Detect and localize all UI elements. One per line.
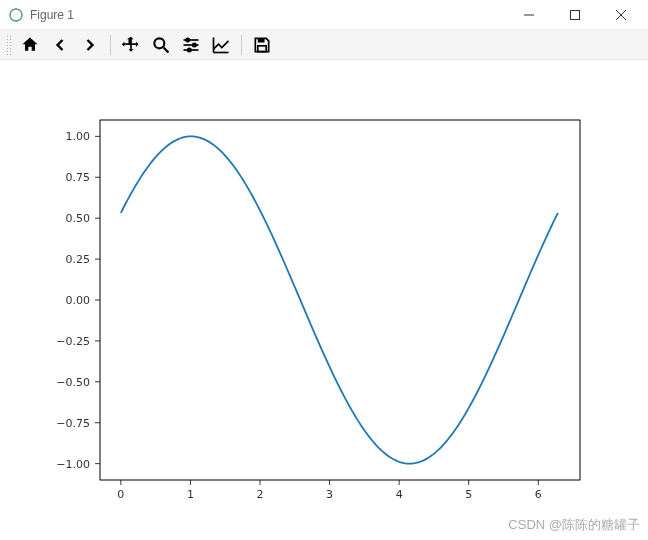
svg-line-8 xyxy=(164,47,169,52)
xtick-label: 0 xyxy=(117,488,124,501)
ytick-label: 0.75 xyxy=(66,171,91,184)
ytick-label: −1.00 xyxy=(56,458,90,471)
back-button[interactable] xyxy=(46,32,74,58)
xtick-label: 1 xyxy=(187,488,194,501)
svg-rect-15 xyxy=(258,38,265,42)
svg-point-12 xyxy=(186,38,189,41)
toolbar xyxy=(0,30,648,60)
xtick-label: 3 xyxy=(326,488,333,501)
ytick-label: 0.00 xyxy=(66,294,91,307)
configure-subplots-button[interactable] xyxy=(177,32,205,58)
xtick-label: 5 xyxy=(465,488,472,501)
xtick-label: 2 xyxy=(257,488,264,501)
zoom-button[interactable] xyxy=(147,32,175,58)
close-button[interactable] xyxy=(598,0,644,30)
line-series xyxy=(121,136,558,463)
minimize-button[interactable] xyxy=(506,0,552,30)
titlebar: Figure 1 xyxy=(0,0,648,30)
forward-button[interactable] xyxy=(76,32,104,58)
ytick-label: −0.25 xyxy=(56,335,90,348)
axes-spines xyxy=(100,120,580,480)
svg-point-14 xyxy=(188,48,191,51)
ytick-label: −0.75 xyxy=(56,417,90,430)
home-button[interactable] xyxy=(16,32,44,58)
svg-rect-16 xyxy=(258,45,266,51)
ytick-label: 1.00 xyxy=(66,130,91,143)
svg-point-13 xyxy=(193,43,196,46)
app-icon xyxy=(8,7,24,23)
toolbar-separator xyxy=(241,35,242,55)
ytick-label: 0.50 xyxy=(66,212,91,225)
pan-button[interactable] xyxy=(117,32,145,58)
xtick-label: 6 xyxy=(535,488,542,501)
ytick-label: −0.50 xyxy=(56,376,90,389)
chart-svg: 0123456−1.00−0.75−0.50−0.250.000.250.500… xyxy=(0,60,648,540)
save-button[interactable] xyxy=(248,32,276,58)
svg-point-2 xyxy=(8,7,24,23)
ytick-label: 0.25 xyxy=(66,253,91,266)
svg-rect-4 xyxy=(571,10,580,19)
xtick-label: 4 xyxy=(396,488,403,501)
toolbar-grip xyxy=(6,35,12,55)
window-title: Figure 1 xyxy=(30,8,74,22)
plot-area[interactable]: 0123456−1.00−0.75−0.50−0.250.000.250.500… xyxy=(0,60,648,540)
svg-point-7 xyxy=(154,38,164,48)
edit-axes-button[interactable] xyxy=(207,32,235,58)
toolbar-separator xyxy=(110,35,111,55)
maximize-button[interactable] xyxy=(552,0,598,30)
